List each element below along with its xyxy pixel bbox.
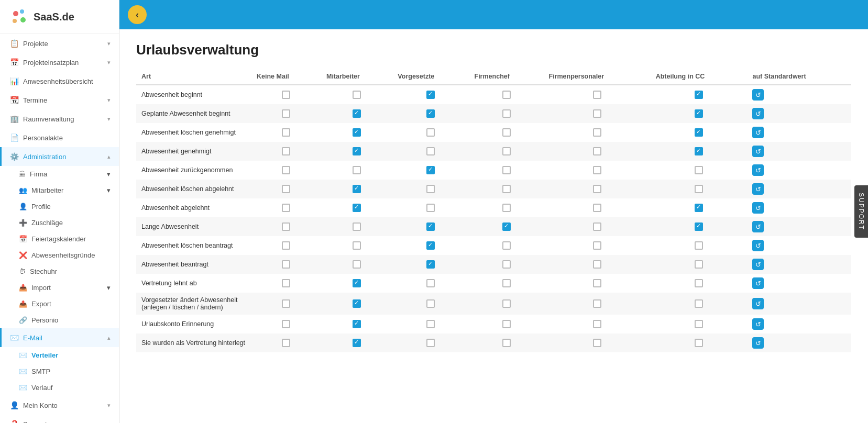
sidebar-item-email[interactable]: ✉️ E-Mail ▴ — [0, 328, 119, 347]
checkbox-mitarbeiter[interactable] — [353, 166, 361, 174]
checkbox-firmenpersonaler[interactable] — [593, 166, 601, 174]
back-button[interactable]: ‹ — [128, 5, 147, 24]
checkbox-firmenchef[interactable] — [502, 204, 511, 212]
reset-button[interactable]: ↺ — [752, 108, 764, 119]
checkbox-firmenpersonaler[interactable] — [593, 279, 601, 287]
sidebar-item-raumverwaltung[interactable]: 🏢 Raumverwaltung ▾ — [0, 109, 119, 128]
checkbox-vorgesetzte[interactable] — [426, 222, 435, 231]
checkbox-mitarbeiter[interactable] — [353, 339, 361, 347]
reset-button[interactable]: ↺ — [752, 318, 764, 330]
reset-button[interactable]: ↺ — [752, 337, 764, 349]
checkbox-vorgesetzte[interactable] — [426, 147, 435, 155]
checkbox-firmenpersonaler[interactable] — [593, 91, 601, 99]
checkbox-keine_mail[interactable] — [282, 166, 290, 174]
sidebar-item-export[interactable]: 📤 Export — [0, 296, 119, 312]
checkbox-firmenchef[interactable] — [502, 222, 511, 231]
sidebar-item-projekteinsatzplan[interactable]: 📅 Projekteinsatzplan ▾ — [0, 53, 119, 72]
checkbox-firmenchef[interactable] — [502, 109, 511, 118]
checkbox-firmenchef[interactable] — [502, 260, 511, 269]
sidebar-item-projekte[interactable]: 📋 Projekte ▾ — [0, 34, 119, 53]
checkbox-mitarbeiter[interactable] — [353, 260, 361, 269]
reset-button[interactable]: ↺ — [752, 259, 764, 270]
reset-button[interactable]: ↺ — [752, 277, 764, 289]
checkbox-abteilung_cc[interactable] — [695, 204, 703, 212]
checkbox-mitarbeiter[interactable] — [353, 185, 361, 193]
reset-button[interactable]: ↺ — [752, 164, 764, 176]
checkbox-abteilung_cc[interactable] — [695, 299, 703, 308]
checkbox-mitarbeiter[interactable] — [353, 91, 361, 99]
checkbox-mitarbeiter[interactable] — [353, 299, 361, 308]
reset-button[interactable]: ↺ — [752, 146, 764, 157]
sidebar-item-profile[interactable]: 👤 Profile — [0, 198, 119, 215]
sidebar-item-personalakte[interactable]: 📄 Personalakte — [0, 128, 119, 147]
checkbox-firmenpersonaler[interactable] — [593, 222, 601, 231]
checkbox-abteilung_cc[interactable] — [695, 147, 703, 155]
checkbox-keine_mail[interactable] — [282, 147, 290, 155]
checkbox-vorgesetzte[interactable] — [426, 279, 435, 287]
checkbox-firmenpersonaler[interactable] — [593, 204, 601, 212]
checkbox-firmenpersonaler[interactable] — [593, 339, 601, 347]
reset-button[interactable]: ↺ — [752, 127, 764, 138]
checkbox-mitarbeiter[interactable] — [353, 279, 361, 287]
checkbox-mitarbeiter[interactable] — [353, 222, 361, 231]
sidebar-item-firma[interactable]: 🏛 Firma ▾ — [0, 166, 119, 182]
checkbox-keine_mail[interactable] — [282, 109, 290, 118]
checkbox-keine_mail[interactable] — [282, 204, 290, 212]
checkbox-abteilung_cc[interactable] — [695, 241, 703, 250]
checkbox-mitarbeiter[interactable] — [353, 320, 361, 328]
checkbox-vorgesetzte[interactable] — [426, 128, 435, 137]
checkbox-abteilung_cc[interactable] — [695, 128, 703, 137]
checkbox-keine_mail[interactable] — [282, 91, 290, 99]
checkbox-keine_mail[interactable] — [282, 320, 290, 328]
sidebar-item-smtp[interactable]: ✉️ SMTP — [0, 363, 119, 380]
checkbox-keine_mail[interactable] — [282, 260, 290, 269]
sidebar-item-stechuhr[interactable]: ⏱ Stechuhr — [0, 263, 119, 280]
checkbox-vorgesetzte[interactable] — [426, 185, 435, 193]
checkbox-firmenpersonaler[interactable] — [593, 241, 601, 250]
checkbox-mitarbeiter[interactable] — [353, 128, 361, 137]
checkbox-abteilung_cc[interactable] — [695, 109, 703, 118]
sidebar-item-support[interactable]: ❓ Support — [0, 415, 119, 423]
checkbox-mitarbeiter[interactable] — [353, 147, 361, 155]
checkbox-firmenchef[interactable] — [502, 91, 511, 99]
checkbox-vorgesetzte[interactable] — [426, 320, 435, 328]
sidebar-item-mein-konto[interactable]: 👤 Mein Konto ▾ — [0, 396, 119, 415]
sidebar-item-personio[interactable]: 🔗 Personio — [0, 312, 119, 328]
reset-button[interactable]: ↺ — [752, 89, 764, 101]
sidebar-item-zuschlaege[interactable]: ➕ Zuschläge — [0, 215, 119, 231]
checkbox-abteilung_cc[interactable] — [695, 320, 703, 328]
checkbox-mitarbeiter[interactable] — [353, 241, 361, 250]
support-side-tab[interactable]: SUPPORT — [854, 185, 868, 238]
checkbox-firmenpersonaler[interactable] — [593, 185, 601, 193]
checkbox-firmenchef[interactable] — [502, 339, 511, 347]
checkbox-vorgesetzte[interactable] — [426, 299, 435, 308]
sidebar-item-administration[interactable]: ⚙️ Administration ▴ — [0, 147, 119, 166]
checkbox-firmenchef[interactable] — [502, 147, 511, 155]
checkbox-abteilung_cc[interactable] — [695, 279, 703, 287]
checkbox-firmenchef[interactable] — [502, 320, 511, 328]
checkbox-abteilung_cc[interactable] — [695, 185, 703, 193]
checkbox-vorgesetzte[interactable] — [426, 339, 435, 347]
sidebar-item-verteiler[interactable]: ✉️ Verteiler — [0, 347, 119, 363]
sidebar-item-import[interactable]: 📥 Import ▾ — [0, 280, 119, 296]
checkbox-abteilung_cc[interactable] — [695, 166, 703, 174]
checkbox-keine_mail[interactable] — [282, 279, 290, 287]
checkbox-keine_mail[interactable] — [282, 185, 290, 193]
sidebar-item-termine[interactable]: 📆 Termine ▾ — [0, 91, 119, 109]
checkbox-firmenpersonaler[interactable] — [593, 299, 601, 308]
checkbox-firmenpersonaler[interactable] — [593, 260, 601, 269]
checkbox-vorgesetzte[interactable] — [426, 241, 435, 250]
reset-button[interactable]: ↺ — [752, 183, 764, 195]
checkbox-firmenchef[interactable] — [502, 185, 511, 193]
checkbox-firmenpersonaler[interactable] — [593, 128, 601, 137]
checkbox-vorgesetzte[interactable] — [426, 260, 435, 269]
checkbox-firmenchef[interactable] — [502, 128, 511, 137]
checkbox-firmenpersonaler[interactable] — [593, 147, 601, 155]
sidebar-item-abwesenheitsgruende[interactable]: ❌ Abwesenheitsgründe — [0, 247, 119, 263]
checkbox-firmenchef[interactable] — [502, 241, 511, 250]
checkbox-firmenpersonaler[interactable] — [593, 320, 601, 328]
checkbox-vorgesetzte[interactable] — [426, 166, 435, 174]
sidebar-item-anwesenheit[interactable]: 📊 Anwesenheitsübersicht — [0, 72, 119, 91]
checkbox-abteilung_cc[interactable] — [695, 260, 703, 269]
checkbox-vorgesetzte[interactable] — [426, 91, 435, 99]
